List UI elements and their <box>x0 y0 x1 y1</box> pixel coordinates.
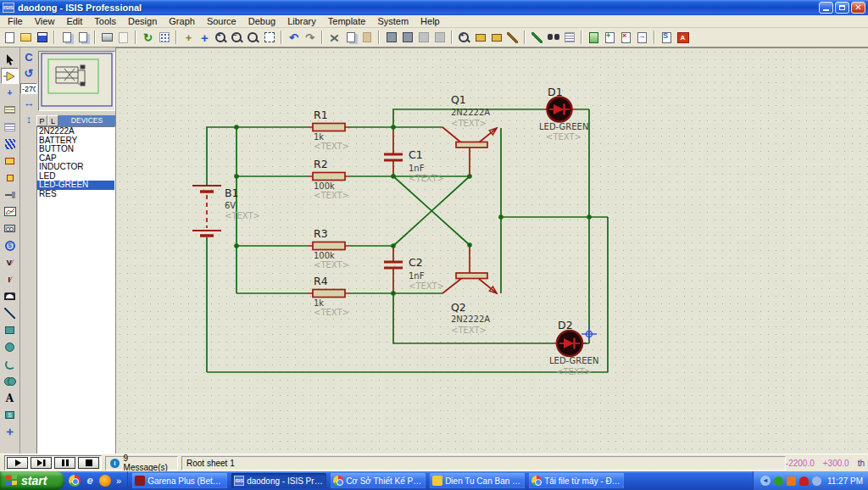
open-design-icon[interactable] <box>19 31 33 45</box>
generator-mode-icon[interactable]: S <box>1 237 19 253</box>
new-design-icon[interactable] <box>3 31 17 45</box>
component-R3[interactable] <box>313 242 345 250</box>
app-icon[interactable]: ISIS <box>3 3 14 13</box>
chrome-quicklaunch-icon[interactable] <box>69 475 81 487</box>
2d-symbol-icon[interactable]: S <box>1 407 19 423</box>
zoom-all-icon[interactable] <box>246 31 260 45</box>
device-item-button[interactable]: BUTTON <box>37 145 114 154</box>
grid-icon[interactable] <box>157 31 171 45</box>
menu-template[interactable]: Template <box>322 15 372 28</box>
zoom-area-icon[interactable] <box>262 31 276 45</box>
ie-quicklaunch-icon[interactable]: e <box>84 475 96 487</box>
menu-file[interactable]: File <box>2 15 29 28</box>
tray-unikey-icon[interactable] <box>787 476 796 486</box>
wire-autorouter-icon[interactable] <box>530 31 544 45</box>
remove-sheet-icon[interactable]: × <box>619 31 633 45</box>
copy-icon[interactable] <box>343 31 358 45</box>
tray-update-icon[interactable] <box>774 476 783 486</box>
pick-parts-button[interactable]: P <box>36 115 47 126</box>
wire-label-mode-icon[interactable] <box>1 102 19 118</box>
goto-sheet-icon[interactable]: → <box>635 31 649 45</box>
overview-minimap[interactable] <box>38 51 115 111</box>
menu-design[interactable]: Design <box>122 15 163 28</box>
text-script-mode-icon[interactable] <box>1 119 19 135</box>
export-section-icon[interactable] <box>75 31 90 45</box>
2d-text-icon[interactable]: A <box>1 390 19 406</box>
stop-button[interactable] <box>78 457 99 469</box>
2d-box-icon[interactable] <box>1 322 19 338</box>
graph-mode-icon[interactable] <box>1 203 19 220</box>
component-R4[interactable] <box>313 290 345 298</box>
origin-icon[interactable]: + <box>181 31 196 45</box>
play-button[interactable] <box>7 457 28 469</box>
2d-marker-icon[interactable]: ✛ <box>1 424 19 440</box>
pan-icon[interactable]: + <box>198 31 212 45</box>
paste-icon[interactable] <box>359 31 374 45</box>
step-button[interactable] <box>31 457 52 469</box>
2d-line-icon[interactable] <box>1 305 19 321</box>
start-button[interactable]: start <box>0 471 64 490</box>
restore-button[interactable] <box>835 2 849 14</box>
tape-recorder-mode-icon[interactable] <box>1 220 19 237</box>
menu-view[interactable]: View <box>29 15 61 28</box>
new-sheet-icon[interactable]: + <box>603 31 617 45</box>
component-B1[interactable] <box>192 186 221 236</box>
rotate-anticlockwise-icon[interactable]: ↺ <box>25 67 34 81</box>
rotation-angle-input[interactable] <box>20 83 37 94</box>
taskbar-button-chrome-2[interactable]: Tải file từ máy - Điện ... <box>529 473 624 488</box>
design-explorer-icon[interactable] <box>587 31 601 45</box>
virtual-instruments-mode-icon[interactable] <box>1 288 19 304</box>
cut-icon[interactable] <box>327 31 342 45</box>
menu-source[interactable]: Source <box>201 15 242 28</box>
taskbar-button-chrome-1[interactable]: Cơ Sở Thiết Kế Phần ... <box>331 473 426 488</box>
menu-library[interactable]: Library <box>281 15 322 28</box>
packaging-tool-icon[interactable] <box>489 31 504 45</box>
netlist-to-ares-icon[interactable]: A <box>676 31 690 45</box>
component-R1[interactable] <box>313 124 345 131</box>
taskbar-button-blogger[interactable]: Dien Tu Can Ban - Blo... <box>430 473 525 488</box>
mirror-vertical-icon[interactable]: ↕ <box>26 113 32 126</box>
media-quicklaunch-icon[interactable] <box>99 475 111 487</box>
menu-graph[interactable]: Graph <box>163 15 201 28</box>
block-rotate-icon[interactable] <box>416 31 431 45</box>
2d-arc-icon[interactable] <box>1 356 19 372</box>
mark-output-area-icon[interactable] <box>116 31 131 45</box>
wires[interactable] <box>207 109 608 372</box>
block-move-icon[interactable] <box>400 31 415 45</box>
menu-system[interactable]: System <box>371 15 415 28</box>
component-Q2[interactable] <box>456 273 497 293</box>
block-delete-icon[interactable] <box>432 31 447 45</box>
voltage-probe-mode-icon[interactable]: V∕ <box>1 254 19 270</box>
device-item-led-green[interactable]: LED-GREEN <box>37 181 114 190</box>
pick-device-icon[interactable]: + <box>457 31 471 45</box>
pause-button[interactable] <box>54 457 75 469</box>
current-probe-mode-icon[interactable]: I∕ <box>1 271 19 287</box>
schematic-canvas[interactable]: R1 1k <TEXT> R2 100k <TEXT> R3 100k <TEX… <box>115 47 868 454</box>
decompose-icon[interactable] <box>505 31 520 45</box>
menu-edit[interactable]: Edit <box>60 15 88 28</box>
zoom-out-icon[interactable]: − <box>230 31 244 45</box>
menu-tools[interactable]: Tools <box>88 15 122 28</box>
terminals-mode-icon[interactable] <box>1 170 19 186</box>
device-item-2n2222a[interactable]: 2N2222A <box>37 127 114 136</box>
import-section-icon[interactable] <box>59 31 74 45</box>
2d-path-icon[interactable] <box>1 373 19 389</box>
redo-icon[interactable]: ↷ <box>303 31 317 45</box>
undo-icon[interactable]: ↶ <box>287 31 301 45</box>
property-assignment-icon[interactable] <box>562 31 576 45</box>
mirror-horizontal-icon[interactable]: ↔ <box>24 97 35 110</box>
minimize-button[interactable] <box>819 2 833 14</box>
taskbar-button-garena[interactable]: Garena Plus (Beta) - ... <box>132 473 227 488</box>
tray-collapse-icon[interactable]: ◂ <box>760 476 771 486</box>
2d-circle-icon[interactable] <box>1 339 19 355</box>
component-R2[interactable] <box>313 173 345 181</box>
taskbar-button-isis[interactable]: ISIS daodong - ISIS Profe... <box>231 473 326 488</box>
tray-garena-icon[interactable] <box>799 476 809 486</box>
electrical-rule-check-icon[interactable]: S <box>659 31 674 45</box>
device-pins-mode-icon[interactable] <box>1 187 19 203</box>
selection-mode-icon[interactable] <box>1 51 19 67</box>
refresh-icon[interactable]: ↻ <box>141 31 155 45</box>
subcircuit-mode-icon[interactable] <box>1 153 19 169</box>
zoom-in-icon[interactable]: + <box>214 31 228 45</box>
save-design-icon[interactable] <box>35 31 49 45</box>
